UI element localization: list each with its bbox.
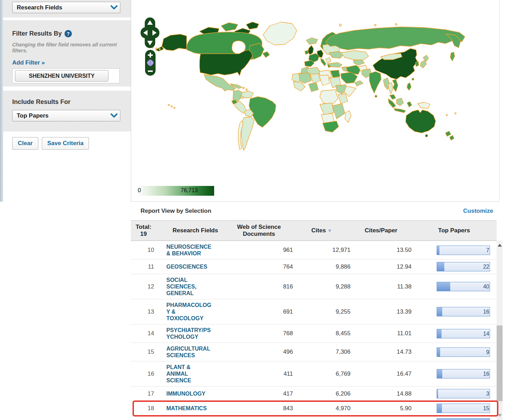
research-fields-dropdown-value: Research Fields xyxy=(13,4,108,11)
research-field-link[interactable]: NEUROSCIENCE & BEHAVIOR xyxy=(166,243,212,257)
active-filter-chip[interactable]: SHENZHEN UNIVERSITY xyxy=(15,70,108,82)
report-header: Report View by Selection Customize xyxy=(131,202,505,220)
row-top-papers-cell: 3 xyxy=(412,389,497,398)
row-rank: 16 xyxy=(131,370,155,377)
row-field-cell: SOCIAL SCIENCES, GENERAL xyxy=(155,277,225,297)
top-papers-value: 7 xyxy=(486,246,489,255)
row-cites-per-paper: 13.39 xyxy=(351,308,412,315)
top-papers-bar: 3 xyxy=(437,389,490,398)
top-papers-value: 847 xyxy=(480,419,489,420)
sidebar-actions: Clear Save Criteria xyxy=(12,137,89,150)
help-icon[interactable]: ? xyxy=(65,30,72,37)
top-papers-value: 16 xyxy=(483,307,489,316)
table-row: 15 AGRICULTURAL SCIENCES 496 7,306 14.73… xyxy=(131,343,497,361)
legend-max-label: 76,713 xyxy=(181,187,198,194)
top-papers-bar-fill xyxy=(437,282,450,291)
total-count: 19 xyxy=(132,231,155,238)
column-header-top-papers[interactable]: Top Papers xyxy=(412,227,497,234)
scroll-up-icon[interactable] xyxy=(497,243,503,248)
top-papers-bar-fill xyxy=(437,369,442,378)
row-top-papers-cell: 16 xyxy=(412,307,497,316)
top-papers-bar-fill xyxy=(437,389,438,398)
row-field-cell: GEOSCIENCES xyxy=(155,263,225,270)
scrollbar-thumb[interactable] xyxy=(497,325,503,401)
map-pan-pad[interactable] xyxy=(141,17,159,48)
scroll-down-icon[interactable] xyxy=(497,413,503,418)
add-filter-link[interactable]: Add Filter » xyxy=(12,59,45,66)
table-row: 0 ALL FIELDS 37,472 659,204 17.59 847 xyxy=(131,415,497,420)
filter-note: Changing the filter field removes all cu… xyxy=(12,42,121,54)
research-field-link[interactable]: PLANT & ANIMAL SCIENCE xyxy=(166,364,212,384)
column-header-cites-per-paper[interactable]: Cites/Paper xyxy=(351,227,412,234)
row-documents: 816 xyxy=(225,283,293,290)
sort-desc-icon: ▼ xyxy=(327,227,332,234)
row-rank: 13 xyxy=(131,308,155,315)
table-scrollbar[interactable] xyxy=(497,241,503,420)
row-field-cell: MATHEMATICS xyxy=(155,405,225,412)
top-papers-bar: 15 xyxy=(437,404,490,413)
research-field-link[interactable]: GEOSCIENCES xyxy=(166,263,212,270)
table-row: 13 PHARMACOLOGY & TOXICOLOGY 691 9,255 1… xyxy=(131,299,497,324)
top-papers-dropdown-value: Top Papers xyxy=(13,112,108,119)
research-field-link[interactable]: AGRICULTURAL SCIENCES xyxy=(166,345,212,359)
column-header-wos-documents[interactable]: Web of Science Documents xyxy=(225,224,293,238)
row-field-cell: PSYCHIATRY/PSYCHOLOGY xyxy=(155,327,225,340)
filter-results-heading: Filter Results By ? xyxy=(12,30,72,37)
column-header-cites[interactable]: Cites▼ xyxy=(293,227,351,234)
row-top-papers-cell: 7 xyxy=(412,246,497,255)
row-cites-per-paper: 14.88 xyxy=(351,390,412,397)
row-documents: 961 xyxy=(225,247,293,254)
research-field-link[interactable]: PHARMACOLOGY & TOXICOLOGY xyxy=(166,302,212,322)
table-row: 18 MATHEMATICS 843 4,970 5.90 15 xyxy=(131,401,497,415)
customize-link[interactable]: Customize xyxy=(463,208,493,215)
row-documents: 417 xyxy=(225,390,293,397)
row-cites-per-paper: 13.50 xyxy=(351,247,412,254)
legend-min-label: 0 xyxy=(138,187,141,194)
column-header-research-fields[interactable]: Research Fields xyxy=(155,227,225,234)
top-papers-bar: 9 xyxy=(437,347,490,357)
row-cites-per-paper: 11.01 xyxy=(351,330,412,337)
top-papers-value: 14 xyxy=(483,329,489,338)
row-documents: 764 xyxy=(225,263,293,270)
report-title: Report View by Selection xyxy=(141,208,211,215)
research-field-link[interactable]: PSYCHIATRY/PSYCHOLOGY xyxy=(166,327,212,340)
row-top-papers-cell: 22 xyxy=(412,262,497,271)
row-top-papers-cell: 9 xyxy=(412,347,497,357)
row-cites: 7,306 xyxy=(293,348,351,355)
table-row: 12 SOCIAL SCIENCES, GENERAL 816 9,288 11… xyxy=(131,274,497,299)
row-field-cell: AGRICULTURAL SCIENCES xyxy=(155,345,225,359)
row-top-papers-cell: 15 xyxy=(412,404,497,413)
table-body: 10 NEUROSCIENCE & BEHAVIOR 961 12,971 13… xyxy=(131,241,497,420)
globe-icon xyxy=(147,60,153,66)
row-documents: 843 xyxy=(225,405,293,412)
row-rank: 15 xyxy=(131,348,155,355)
row-cites: 9,255 xyxy=(293,308,351,315)
save-criteria-button[interactable]: Save Criteria xyxy=(42,137,89,150)
row-top-papers-cell: 847 xyxy=(412,418,497,420)
include-results-heading: Include Results For xyxy=(12,98,70,106)
total-label: Total: xyxy=(132,224,155,231)
top-papers-bar: 16 xyxy=(437,307,490,316)
map-zoom-control[interactable] xyxy=(145,50,156,76)
row-rank: 12 xyxy=(131,283,155,290)
row-documents: 768 xyxy=(225,330,293,337)
cites-label: Cites xyxy=(311,227,326,234)
top-papers-dropdown[interactable]: Top Papers xyxy=(12,110,120,121)
row-cites-per-paper: 5.90 xyxy=(351,405,412,412)
column-header-total: Total: 19 xyxy=(131,224,155,238)
top-papers-bar-fill xyxy=(437,262,444,271)
table-row: 10 NEUROSCIENCE & BEHAVIOR 961 12,971 13… xyxy=(131,241,497,259)
row-cites: 6,206 xyxy=(293,390,351,397)
research-field-link[interactable]: SOCIAL SCIENCES, GENERAL xyxy=(166,277,212,297)
row-cites-per-paper: 14.73 xyxy=(351,348,412,355)
world-map[interactable] xyxy=(131,0,499,202)
clear-button[interactable]: Clear xyxy=(12,137,38,150)
research-fields-dropdown[interactable]: Research Fields xyxy=(12,2,120,13)
top-papers-value: 16 xyxy=(483,369,489,378)
research-field-link[interactable]: MATHEMATICS xyxy=(166,405,212,412)
row-field-cell: PHARMACOLOGY & TOXICOLOGY xyxy=(155,302,225,322)
research-field-link[interactable]: IMMUNOLOGY xyxy=(166,390,212,397)
map-countries[interactable] xyxy=(152,22,465,150)
chevron-down-icon xyxy=(108,113,120,118)
row-cites-per-paper: 12.94 xyxy=(351,263,412,270)
